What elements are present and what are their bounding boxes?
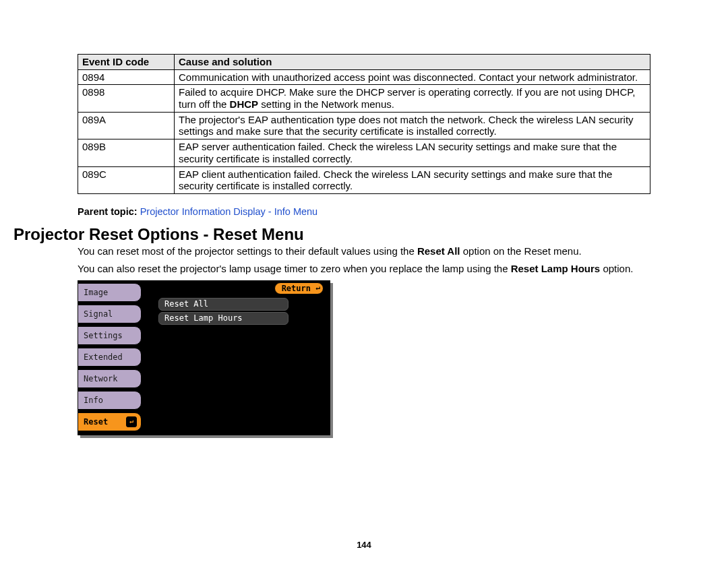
osd-tab-image: Image: [78, 283, 142, 302]
event-code: 089B: [78, 139, 175, 166]
event-id-table: Event ID code Cause and solution 0894 Co…: [78, 54, 650, 194]
event-code: 089C: [78, 166, 175, 193]
parent-topic: Parent topic: Projector Information Disp…: [78, 206, 650, 217]
page-number: 144: [0, 540, 728, 550]
osd-tab-settings: Settings: [78, 326, 142, 345]
table-row: 0894 Communication with unauthorized acc…: [78, 69, 650, 85]
body-paragraph: You can also reset the projector's lamp …: [78, 263, 650, 275]
text: You can also reset the projector's lamp …: [78, 263, 511, 274]
table-row: 089A The projector's EAP authentication …: [78, 112, 650, 139]
osd-tab-info: Info: [78, 391, 142, 410]
event-cause: Communication with unauthorized access p…: [175, 69, 650, 85]
osd-return-button: Return: [274, 282, 324, 294]
text: option.: [600, 263, 633, 274]
event-cause: The projector's EAP authentication type …: [175, 112, 650, 139]
parent-topic-label: Parent topic:: [78, 206, 138, 217]
enter-icon: ↵: [126, 416, 137, 427]
osd-main-panel: Return Reset All Reset Lamp Hours: [150, 280, 330, 435]
event-code: 0898: [78, 85, 175, 112]
osd-tab-network: Network: [78, 369, 142, 388]
text: setting in the Network menus.: [258, 98, 394, 110]
table-row: 0898 Failed to acquire DHCP. Make sure t…: [78, 85, 650, 112]
osd-tab-signal: Signal: [78, 305, 142, 323]
osd-side-tabs: Image Signal Settings Extended Network I…: [78, 280, 146, 441]
event-code: 089A: [78, 112, 175, 139]
text: You can reset most of the projector sett…: [78, 245, 417, 257]
bold-text: Reset All: [417, 245, 460, 257]
event-cause: EAP client authentication failed. Check …: [175, 166, 650, 193]
osd-item-reset-lamp-hours: Reset Lamp Hours: [158, 312, 289, 325]
event-code: 0894: [78, 69, 175, 85]
osd-item-reset-all: Reset All: [158, 298, 289, 311]
osd-tab-label: Reset: [84, 417, 108, 427]
osd-tab-reset: Reset ↵: [78, 412, 142, 431]
bold-text: DHCP: [230, 98, 259, 110]
table-row: 089B EAP server authentication failed. C…: [78, 139, 650, 166]
event-cause: EAP server authentication failed. Check …: [175, 139, 650, 166]
body-paragraph: You can reset most of the projector sett…: [78, 245, 650, 257]
table-row: 089C EAP client authentication failed. C…: [78, 166, 650, 193]
parent-topic-link[interactable]: Projector Information Display - Info Men…: [140, 206, 318, 217]
section-heading: Projector Reset Options - Reset Menu: [13, 225, 650, 244]
osd-tab-extended: Extended: [78, 348, 142, 367]
bold-text: Reset Lamp Hours: [511, 263, 601, 274]
table-header-code: Event ID code: [78, 55, 175, 70]
table-header-cause: Cause and solution: [175, 55, 650, 70]
text: option on the Reset menu.: [460, 245, 582, 257]
osd-menu-screenshot: Image Signal Settings Extended Network I…: [78, 280, 330, 435]
event-cause: Failed to acquire DHCP. Make sure the DH…: [175, 85, 650, 112]
